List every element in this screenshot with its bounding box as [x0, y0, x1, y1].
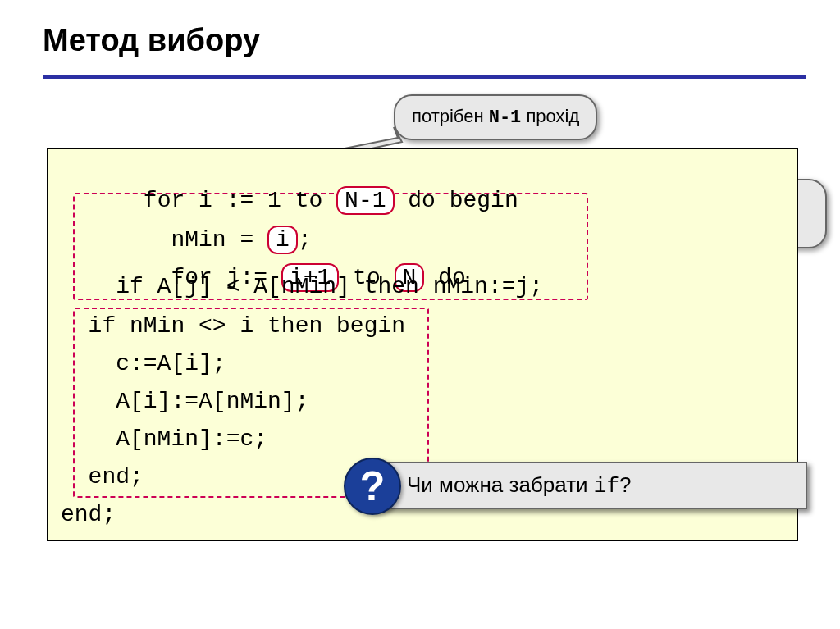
- code-line-6: c:=A[i];: [61, 351, 226, 376]
- callout-pass-count: потрібен N-1 прохід: [394, 94, 597, 140]
- question-box: ? Чи можна забрати if?: [369, 462, 807, 509]
- question-mark-icon: ?: [344, 458, 401, 515]
- callout-text: прохід: [521, 106, 579, 126]
- question-code: if: [594, 474, 619, 499]
- code-line-9: end;: [61, 464, 144, 490]
- pill-n-minus-1: N-1: [336, 186, 394, 215]
- callout-text: потрібен: [412, 106, 489, 126]
- code-line-7: A[i]:=A[nMin];: [61, 389, 308, 414]
- question-end: ?: [619, 472, 631, 497]
- code-line-10: end;: [61, 502, 144, 527]
- code-line-4: if A[j] < A[nMin] then nMin:=j;: [61, 274, 543, 299]
- code-line-5: if nMin <> i then begin: [61, 313, 405, 339]
- code-text: do begin: [395, 188, 518, 213]
- page-title: Метод вибору: [0, 0, 840, 66]
- slide: Метод вибору потрібен N-1 прохід пошук м…: [0, 0, 840, 629]
- callout-code: N-1: [489, 107, 522, 128]
- title-underline: [43, 75, 806, 79]
- question-label: Чи можна забрати: [407, 472, 594, 497]
- code-line-8: A[nMin]:=c;: [61, 426, 267, 452]
- question-text: Чи можна забрати if?: [407, 472, 632, 499]
